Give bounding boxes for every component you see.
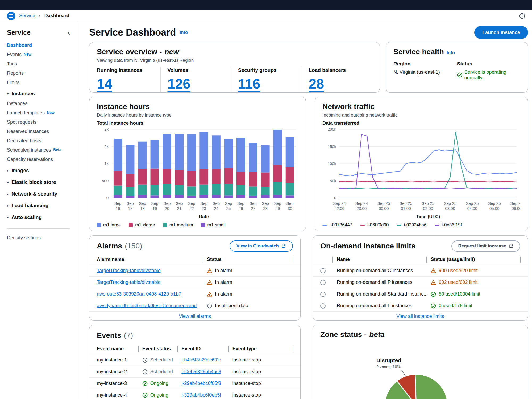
card-title-emphasis: beta	[369, 330, 385, 339]
request-limit-increase-button[interactable]: Request limit increase	[451, 240, 520, 252]
status-text: Ongoing	[150, 392, 168, 398]
sidebar-section-auto-scaling[interactable]: ▸ Auto scaling	[0, 212, 77, 223]
overview-metrics: Running instances 14 Volumes 126 Securit…	[97, 67, 372, 92]
svg-text:200k: 200k	[327, 127, 336, 131]
legend-item[interactable]: m1.large	[97, 222, 121, 228]
sidebar-collapse-icon[interactable]: ‹	[68, 30, 70, 35]
help-info-icon[interactable]	[519, 13, 525, 19]
sidebar-item-events[interactable]: EventsNew	[0, 50, 77, 59]
legend-item[interactable]: i-03736447	[322, 222, 352, 228]
new-badge: New	[47, 110, 55, 115]
health-info-link[interactable]: Info	[447, 49, 455, 57]
alarm-name-link[interactable]: awsdynamodb-test0mark0test-Consumed-read	[97, 303, 197, 309]
zone-status-card: Zone status - beta Disrupted2 zones, 10%	[313, 325, 528, 399]
metric-load-balancers: Load balancers 28	[302, 67, 372, 92]
page-info-link[interactable]: Info	[180, 30, 188, 35]
sidebar: Service ‹ Dashboard EventsNew Tags Repor…	[0, 22, 77, 399]
check-circle-icon	[142, 393, 148, 398]
sidebar-item-dedicated-hosts[interactable]: Dedicated hosts	[0, 136, 77, 146]
sidebar-item-reports[interactable]: Reports	[0, 69, 77, 78]
limit-select-radio[interactable]	[320, 292, 326, 297]
sidebar-item-dashboard[interactable]: Dashboard	[0, 41, 77, 50]
event-type: instance-stop	[228, 392, 293, 398]
legend-label: i-06f70d90	[367, 222, 389, 228]
sidebar-item-limits[interactable]: Limits	[0, 78, 77, 87]
metric-value-link[interactable]: 14	[97, 76, 112, 92]
external-link-icon	[281, 244, 286, 248]
limit-select-radio[interactable]	[320, 268, 326, 273]
event-name: my-instance-3	[97, 381, 138, 386]
legend-item[interactable]: m1.xlarge	[129, 222, 155, 228]
svg-text:Sep 2422:00: Sep 2422:00	[333, 201, 346, 211]
view-all-instance-limits-link[interactable]: View all instance limits	[396, 314, 444, 319]
legend-label: i-02924ba6	[404, 222, 426, 228]
limit-select-radio[interactable]	[320, 280, 326, 285]
svg-text:50k: 50k	[330, 178, 336, 183]
sidebar-item-tags[interactable]: Tags	[0, 59, 77, 69]
svg-text:0: 0	[106, 196, 109, 200]
health-status-field: Status Service is operating normally	[457, 61, 521, 81]
event-id-link[interactable]: i-29ab4bebc6f05f3	[181, 381, 221, 386]
sidebar-item-scheduled-instances[interactable]: Scheduled instancesBeta	[0, 146, 77, 155]
clock-icon	[142, 369, 148, 375]
sidebar-item-reserved-instances[interactable]: Reserved instances	[0, 127, 77, 136]
svg-text:Sep21: Sep21	[176, 201, 183, 211]
sidebar-item-capacity-reservations[interactable]: Capacity reservations	[0, 155, 77, 164]
metric-value-link[interactable]: 28	[309, 76, 324, 92]
beta-badge: Beta	[53, 148, 61, 152]
legend-item[interactable]: i-0e36f15f	[435, 222, 462, 228]
svg-text:Sep 2506:00: Sep 2506:00	[510, 201, 520, 211]
svg-text:Sep 2503:00: Sep 2503:00	[444, 201, 456, 211]
sidebar-header: Service ‹	[0, 29, 77, 41]
event-id-link[interactable]: i-f0eb5f329ab4bc6	[181, 369, 221, 375]
sidebar-item-instances[interactable]: Instances	[0, 99, 77, 108]
launch-instance-button[interactable]: Launch instance	[474, 26, 528, 39]
view-in-cloudwatch-button[interactable]: View in Cloudwatch	[230, 240, 293, 252]
limits-footer: View all instance limits	[313, 312, 528, 321]
breadcrumb-service-link[interactable]: Service	[19, 13, 35, 19]
legend-item[interactable]: m1.small	[201, 222, 226, 228]
sidebar-item-density-settings[interactable]: Density settings	[0, 234, 77, 242]
metric-value-link[interactable]: 126	[168, 76, 191, 92]
sidebar-section-elastic-block-store[interactable]: ▸ Elastic block store	[0, 177, 77, 188]
limit-select-radio[interactable]	[320, 303, 326, 309]
metric-security-groups: Security groups 116	[231, 67, 302, 92]
event-id-link[interactable]: i-329ab4bc6f0eb5f	[181, 392, 221, 398]
alarm-name-link[interactable]: TargetTracking-table/divstable	[97, 268, 160, 273]
legend-item[interactable]: i-02924ba6	[397, 222, 426, 228]
sidebar-section-images[interactable]: ▸ Images	[0, 165, 77, 176]
table-row: my-instance-2 Scheduled i-f0eb5f329ab4bc…	[89, 366, 300, 378]
column-header-status-usage: Status (usage/limit)	[426, 254, 520, 265]
svg-text:Sep27: Sep27	[250, 201, 257, 211]
svg-text:2k: 2k	[104, 127, 109, 131]
legend-swatch	[322, 225, 327, 226]
table-row: Running on-demand all F instances 0 used…	[313, 300, 528, 312]
sidebar-toggle-button[interactable]	[7, 12, 15, 20]
svg-text:1k: 1k	[104, 161, 109, 166]
legend-item[interactable]: m1.medium	[163, 222, 193, 228]
view-all-alarms-link[interactable]: View all alarms	[179, 314, 211, 319]
sidebar-section-load-balancing[interactable]: ▸ Load balancing	[0, 200, 77, 211]
svg-text:Date: Date	[199, 214, 209, 219]
event-status: Scheduled	[138, 357, 177, 363]
sidebar-item-launch-templates[interactable]: Launch templatesNew	[0, 108, 77, 118]
svg-text:Disrupted: Disrupted	[376, 358, 401, 363]
alarm-name-link[interactable]: TargetTracking-table/divstable	[97, 280, 160, 285]
sidebar-item-spot-requests[interactable]: Spot requests	[0, 118, 77, 127]
legend-item[interactable]: i-06f70d90	[360, 222, 389, 228]
insufficient-data-icon	[207, 303, 212, 309]
event-id-link[interactable]: i-b4b5f3b29ac6f0e	[181, 357, 221, 363]
limit-status: 692 used/692 limit	[426, 280, 520, 285]
card-title: Alarms (150)	[97, 242, 142, 250]
sidebar-nav: Dashboard EventsNew Tags Reports Limits …	[0, 41, 77, 242]
table-row: awsroute53-303920aa-0498-4129-a1b7 In al…	[89, 288, 300, 300]
metric-value-link[interactable]: 116	[238, 76, 260, 92]
legend-label: m1.xlarge	[135, 222, 155, 228]
sidebar-section-network-security[interactable]: ▸ Network & security	[0, 189, 77, 199]
event-name: my-instance-1	[97, 357, 138, 363]
svg-text:Sep 2501:00: Sep 2501:00	[400, 201, 412, 211]
sidebar-section-instances[interactable]: ▾ Instances	[0, 88, 77, 99]
alarm-name-link[interactable]: awsroute53-303920aa-0498-4129-a1b7	[97, 291, 181, 297]
column-header-status: Status	[203, 254, 293, 265]
health-region-field: Region N. Virginia (us-east-1)	[393, 61, 457, 81]
